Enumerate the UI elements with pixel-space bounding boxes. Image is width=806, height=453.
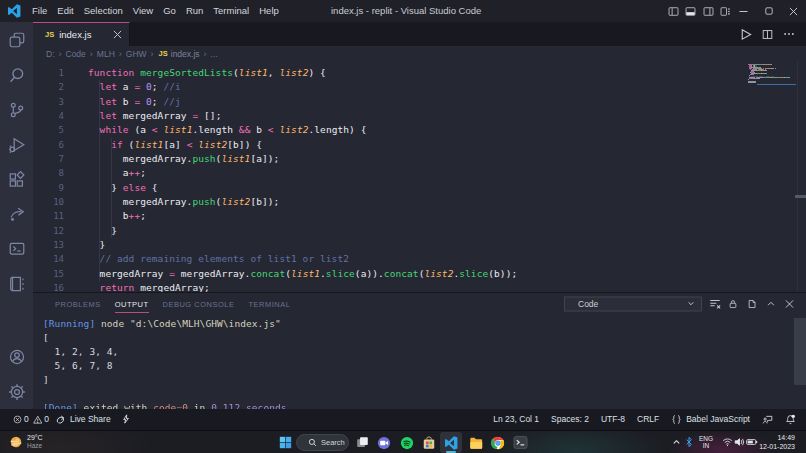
code-token: [88, 96, 100, 107]
code-token: push: [192, 196, 215, 207]
line-number: 3: [33, 95, 64, 109]
status-crlf[interactable]: CRLF: [637, 414, 659, 424]
live-share-icon[interactable]: [0, 197, 33, 232]
menu-view[interactable]: View: [128, 0, 158, 22]
maximize-button[interactable]: [756, 0, 781, 22]
breadcrumb-mlh[interactable]: MLH: [97, 49, 115, 59]
code-line-4: let mergedArray = [];: [88, 109, 221, 123]
lock-scroll-icon[interactable]: [728, 298, 738, 309]
minimap[interactable]: [746, 61, 798, 291]
source-control-icon[interactable]: [0, 92, 33, 127]
code-token: b: [250, 124, 267, 135]
menu-edit[interactable]: Edit: [52, 0, 78, 22]
code-line-14: // add remaining elements of list1 or li…: [88, 252, 349, 266]
status-utf-8[interactable]: UTF-8: [601, 414, 625, 424]
live-share-icon: [55, 414, 66, 425]
code-token: &&: [239, 124, 251, 135]
menu-file[interactable]: File: [27, 0, 52, 22]
code-token: list2: [279, 67, 308, 78]
toggle-panel-icon[interactable]: [685, 6, 696, 17]
open-in-editor-icon[interactable]: [746, 298, 757, 309]
code-token: (b));: [488, 268, 517, 279]
status-babel-javascript[interactable]: Babel JavaScript: [671, 414, 750, 425]
breadcrumb-separator-icon: ›: [151, 49, 154, 59]
menu-run[interactable]: Run: [181, 0, 208, 22]
status-bell-icon[interactable]: [785, 414, 796, 425]
line-number: 4: [33, 109, 64, 123]
code-token: ;: [140, 167, 146, 178]
code-token: ;: [152, 81, 164, 92]
code-token: mergeSortedLists: [140, 67, 233, 78]
line-number: 8: [33, 166, 64, 180]
code-token: [];: [198, 110, 221, 121]
status-spaces-2[interactable]: Spaces: 2: [551, 414, 589, 424]
code-token: [b]) {: [227, 139, 262, 150]
problems-status[interactable]: 0 0: [13, 414, 49, 424]
overview-ruler-cursor-marker: [795, 195, 806, 198]
notebook-icon[interactable]: [0, 267, 33, 302]
account-icon[interactable]: [0, 339, 33, 374]
explorer-icon[interactable]: [0, 23, 33, 58]
status-ln-23-col-1[interactable]: Ln 23, Col 1: [493, 414, 539, 424]
battery-icon[interactable]: [746, 438, 758, 446]
code-token: ++: [129, 167, 141, 178]
language-indicator[interactable]: ENG IN: [699, 435, 713, 449]
run-code-icon[interactable]: [739, 28, 752, 41]
minimap-highlight: [757, 84, 796, 86]
minimap-line-segment: [787, 77, 790, 78]
code-token: let: [100, 96, 117, 107]
status-feedback-icon[interactable]: [762, 414, 773, 425]
clock[interactable]: 14:49 12-01-2023: [759, 434, 795, 451]
split-editor-icon[interactable]: [762, 29, 773, 40]
extensions-icon[interactable]: [0, 162, 33, 197]
code-token: [88, 81, 100, 92]
thunder-client-status[interactable]: [121, 413, 131, 425]
menu-selection[interactable]: Selection: [79, 0, 128, 22]
breadcrumb-code[interactable]: Code: [66, 49, 86, 59]
customize-layout-icon[interactable]: [720, 6, 731, 17]
code-token: mergedArray: [117, 110, 192, 121]
menu-help[interactable]: Help: [254, 0, 284, 22]
code-token: ;: [140, 210, 146, 221]
bluetooth-icon[interactable]: [685, 436, 693, 448]
maximize-panel-icon[interactable]: [766, 299, 776, 309]
status-label: Ln 23, Col 1: [493, 414, 539, 424]
close-button[interactable]: [781, 0, 806, 22]
tab-indexjs[interactable]: JS index.js: [33, 22, 130, 46]
wifi-icon[interactable]: [722, 438, 733, 447]
volume-icon[interactable]: [734, 437, 745, 447]
code-token: [b]);: [250, 196, 279, 207]
minimap-line-segment: [764, 70, 767, 71]
code-line-6: if (list1[a] < list2[b]) {: [88, 138, 262, 152]
output-token: [: [43, 332, 49, 343]
code-token: //i: [163, 81, 180, 92]
breadcrumb-d[interactable]: D:: [46, 49, 55, 59]
toggle-sidebar-icon[interactable]: [668, 6, 679, 17]
more-actions-icon[interactable]: [783, 28, 795, 40]
minimize-button[interactable]: [731, 0, 756, 22]
close-panel-icon[interactable]: [785, 299, 794, 308]
output-content[interactable]: [Running] node "d:\Code\MLH\GHW\index.js…: [33, 315, 806, 410]
code-token: (a: [129, 124, 152, 135]
menu-terminal[interactable]: Terminal: [208, 0, 254, 22]
settings-gear-icon[interactable]: [0, 374, 33, 409]
code-token: .length: [192, 124, 238, 135]
breadcrumb-ghw[interactable]: GHW: [126, 49, 147, 59]
output-line: 5, 6, 7, 8: [43, 359, 113, 373]
code-editor[interactable]: 1function mergeSortedLists(list1, list2)…: [33, 61, 806, 292]
menu-go[interactable]: Go: [158, 0, 181, 22]
toggle-secondary-sidebar-icon[interactable]: [703, 6, 714, 17]
live-share-status[interactable]: Live Share: [55, 414, 111, 425]
code-token: a: [117, 81, 134, 92]
run-debug-icon[interactable]: [0, 127, 33, 162]
tab-close-icon[interactable]: [113, 30, 122, 39]
panel-scrollbar[interactable]: [794, 318, 806, 385]
output-channel-dropdown[interactable]: Code: [564, 296, 702, 311]
tray-chevron-up-icon[interactable]: [672, 438, 681, 447]
breadcrumb-file[interactable]: index.js: [171, 49, 200, 59]
js-file-icon: JS: [45, 30, 54, 39]
search-icon[interactable]: [0, 57, 33, 92]
breadcrumb-symbol-tail[interactable]: ...: [211, 49, 218, 59]
remote-explorer-icon[interactable]: [0, 232, 33, 267]
clear-output-icon[interactable]: [709, 298, 721, 310]
